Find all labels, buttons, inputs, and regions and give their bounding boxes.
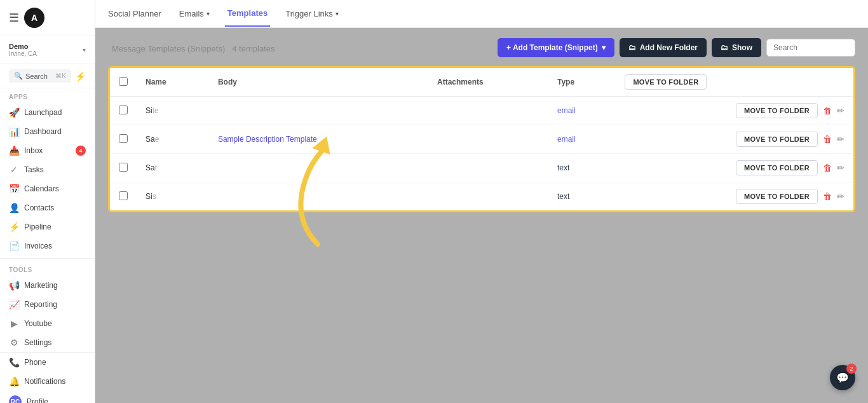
top-navigation: Social Planner Emails ▾ Templates Trigge… (95, 0, 868, 28)
chat-badge: 2 (846, 364, 857, 374)
table-row: Sat text MOVE TO FOLDER 🗑 ✏ (110, 154, 853, 182)
row-body-cell (209, 182, 428, 211)
account-name: Demo (9, 43, 37, 50)
settings-icon: ⚙ (9, 338, 19, 348)
edit-icon[interactable]: ✏ (837, 134, 844, 144)
edit-icon[interactable]: ✏ (837, 106, 844, 116)
sidebar-item-youtube[interactable]: ▶ Youtube (0, 314, 95, 333)
sidebar-item-invoices[interactable]: 📄 Invoices (0, 236, 95, 256)
row-body-cell (209, 97, 428, 125)
nav-item-social-planner[interactable]: Social Planner (105, 1, 164, 26)
table-body: Site email MOVE TO FOLDER 🗑 ✏ (110, 97, 853, 211)
sidebar-item-pipeline[interactable]: ⚡ Pipeline (0, 217, 95, 236)
move-to-folder-button[interactable]: MOVE TO FOLDER (736, 189, 818, 204)
row-checkbox[interactable] (119, 163, 128, 172)
sidebar-item-profile[interactable]: RC Profile (0, 391, 95, 403)
sidebar-item-phone[interactable]: 📞 Phone (0, 353, 95, 372)
row-actions-cell: MOVE TO FOLDER 🗑 ✏ (616, 182, 853, 211)
sidebar-item-tasks[interactable]: ✓ Tasks (0, 160, 95, 179)
row-attachments-cell (428, 125, 548, 154)
add-folder-button[interactable]: 🗂 Add New Folder (620, 38, 707, 57)
invoices-icon: 📄 (9, 241, 19, 251)
dashboard-icon: 📊 (9, 126, 19, 137)
delete-icon[interactable]: 🗑 (823, 163, 832, 173)
main-content: Social Planner Emails ▾ Templates Trigge… (95, 0, 868, 403)
nav-label: Trigger Links (285, 9, 333, 18)
row-name-cell: Sat (137, 154, 209, 182)
sidebar-item-label: Contacts (24, 203, 54, 212)
row-checkbox-cell (110, 97, 137, 125)
delete-icon[interactable]: 🗑 (823, 134, 832, 144)
add-template-button[interactable]: + Add Template (Snippet) ▾ (498, 38, 614, 57)
sidebar-item-label: Inbox (24, 146, 43, 155)
search-button[interactable]: 🔍 Search ⌘K (9, 69, 71, 83)
sidebar-item-settings[interactable]: ⚙ Settings (0, 333, 95, 352)
select-all-checkbox[interactable] (119, 77, 128, 86)
avatar: A (24, 8, 44, 28)
profile-avatar-icon: RC (9, 395, 22, 403)
delete-icon[interactable]: 🗑 (823, 191, 832, 202)
delete-icon[interactable]: 🗑 (823, 106, 832, 116)
pipeline-icon: ⚡ (9, 222, 19, 232)
row-actions-cell: MOVE TO FOLDER 🗑 ✏ (616, 154, 853, 182)
inbox-badge: 4 (76, 146, 86, 156)
hamburger-icon[interactable]: ☰ (9, 11, 19, 25)
chat-widget[interactable]: 💬 2 (830, 365, 855, 390)
nav-item-emails[interactable]: Emails ▾ (177, 1, 212, 26)
chevron-down-icon: ▾ (602, 43, 606, 52)
row-type-cell: text (548, 154, 616, 182)
tasks-icon: ✓ (9, 165, 19, 175)
bolt-icon[interactable]: ⚡ (75, 71, 86, 81)
sidebar-item-label: Launchpad (24, 108, 62, 117)
sidebar-item-inbox[interactable]: 📥 Inbox 4 (0, 141, 95, 160)
move-to-folder-button[interactable]: MOVE TO FOLDER (736, 160, 818, 175)
show-icon: 🗂 (721, 43, 728, 52)
chevron-down-icon: ▾ (83, 46, 86, 53)
row-checkbox[interactable] (119, 134, 128, 143)
show-button[interactable]: 🗂 Show (712, 38, 761, 57)
youtube-icon: ▶ (9, 318, 19, 329)
row-checkbox[interactable] (119, 106, 128, 114)
row-attachments-cell (428, 97, 548, 125)
row-actions-cell: MOVE TO FOLDER 🗑 ✏ (616, 97, 853, 125)
row-actions: MOVE TO FOLDER 🗑 ✏ (625, 132, 844, 147)
row-checkbox-cell (110, 182, 137, 211)
move-to-folder-header-button[interactable]: MOVE TO FOLDER (625, 74, 707, 90)
move-to-folder-button[interactable]: MOVE TO FOLDER (736, 103, 818, 118)
table-header: Name Body Attachments Type MOVE TO FOLDE… (110, 68, 853, 97)
sidebar-item-dashboard[interactable]: 📊 Dashboard (0, 122, 95, 141)
th-actions: MOVE TO FOLDER (616, 68, 853, 97)
header-actions: + Add Template (Snippet) ▾ 🗂 Add New Fol… (498, 38, 855, 57)
page-title: Message Templates (Snippets) 4 templates (108, 41, 275, 54)
sidebar-item-marketing[interactable]: 📢 Marketing (0, 276, 95, 295)
sidebar-item-contacts[interactable]: 👤 Contacts (0, 198, 95, 217)
th-attachments: Attachments (428, 68, 548, 97)
edit-icon[interactable]: ✏ (837, 163, 844, 173)
row-actions: MOVE TO FOLDER 🗑 ✏ (625, 189, 844, 204)
nav-item-templates[interactable]: Templates (225, 1, 270, 27)
sidebar-item-calendars[interactable]: 📅 Calendars (0, 179, 95, 198)
search-input[interactable] (766, 39, 855, 57)
templates-table: Name Body Attachments Type MOVE TO FOLDE… (110, 68, 853, 210)
account-switcher[interactable]: Demo Irvine, CA ▾ (0, 36, 95, 64)
th-checkbox (110, 68, 137, 97)
row-type-cell: email (548, 97, 616, 125)
row-actions: MOVE TO FOLDER 🗑 ✏ (625, 103, 844, 118)
account-location: Irvine, CA (9, 50, 37, 57)
nav-label: Social Planner (108, 9, 161, 18)
notifications-icon: 🔔 (9, 376, 19, 386)
row-checkbox[interactable] (119, 191, 128, 200)
search-icon: 🔍 (14, 72, 23, 80)
th-body: Body (209, 68, 428, 97)
sidebar-item-reporting[interactable]: 📈 Reporting (0, 295, 95, 314)
apps-section-label: Apps (0, 88, 95, 103)
sidebar-item-notifications[interactable]: 🔔 Notifications (0, 372, 95, 391)
move-to-folder-button[interactable]: MOVE TO FOLDER (736, 132, 818, 147)
table-row: Sis text MOVE TO FOLDER 🗑 ✏ (110, 182, 853, 211)
edit-icon[interactable]: ✏ (837, 191, 844, 202)
row-checkbox-cell (110, 125, 137, 154)
sidebar-item-label: Calendars (24, 184, 59, 193)
row-body-cell: Sample Description Template (209, 125, 428, 154)
sidebar-item-launchpad[interactable]: 🚀 Launchpad (0, 103, 95, 122)
nav-item-trigger-links[interactable]: Trigger Links ▾ (283, 1, 341, 26)
